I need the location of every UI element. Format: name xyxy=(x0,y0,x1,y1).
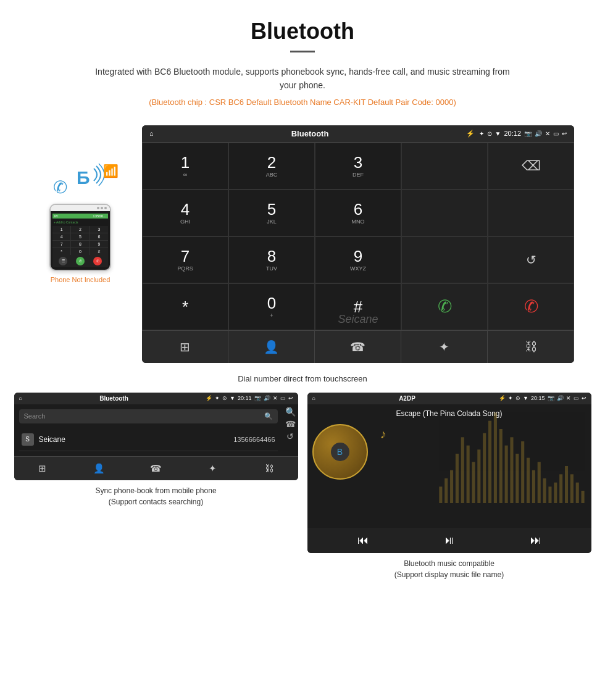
phone-key-0: 0 xyxy=(71,248,89,255)
phone-key-4: 4 xyxy=(52,233,70,240)
pb-call-right-icon[interactable]: ☎ xyxy=(285,419,296,429)
status-time: 20:12 xyxy=(504,130,521,137)
dial-keypad: 1 ∞ 2 ABC 3 DEF ⌫ 4 GHI xyxy=(142,142,574,330)
phonebook-content: Search 🔍 S Seicane 13566664466 xyxy=(14,404,283,456)
dial-call-red-cell[interactable]: ✆ xyxy=(488,283,574,330)
music-main-area: B ♪ xyxy=(312,424,586,480)
dial-letters-3: DEF xyxy=(353,172,364,178)
search-icon[interactable]: 🔍 xyxy=(264,412,273,420)
music-back-icon[interactable]: ↩ xyxy=(582,395,586,401)
phonebook-status-bar: ⌂ Bluetooth ⚡ ✦ ⊙ ▼ 20:11 📷 🔊 ✕ ▭ ↩ xyxy=(14,393,298,404)
phonebook-search-bar[interactable]: Search 🔍 xyxy=(19,409,278,423)
dial-key-8[interactable]: 8 TUV xyxy=(228,236,315,283)
dial-num-8: 8 xyxy=(267,248,276,264)
pb-nav-grid[interactable]: ⊞ xyxy=(14,457,71,480)
phone-key-hash: # xyxy=(90,248,108,255)
pb-refresh-right-icon[interactable]: ↺ xyxy=(285,431,296,441)
next-button[interactable]: ⏭ xyxy=(530,534,541,547)
dial-num-hash: # xyxy=(354,299,362,315)
svg-rect-26 xyxy=(575,482,578,502)
pb-vol-icon[interactable]: 🔊 xyxy=(264,395,270,401)
camera-icon[interactable]: 📷 xyxy=(524,130,532,137)
nav-bluetooth-icon[interactable]: ✦ xyxy=(401,331,488,363)
phonebook-contact[interactable]: S Seicane 13566664466 xyxy=(19,428,278,451)
nav-link-icon[interactable]: ⛓ xyxy=(488,331,574,363)
pb-window-icon[interactable]: ▭ xyxy=(280,395,286,401)
music-close-icon[interactable]: ✕ xyxy=(566,395,571,401)
window-icon[interactable]: ▭ xyxy=(553,130,559,137)
pb-nav-bt[interactable]: ✦ xyxy=(185,457,241,480)
album-art: B xyxy=(312,424,368,480)
music-controls: ⏮ ⏯ ⏭ xyxy=(307,528,591,553)
phone-key-6: 6 xyxy=(90,233,108,240)
phone-key-9: 9 xyxy=(90,241,108,248)
pb-time: 20:11 xyxy=(238,395,252,401)
dial-key-7[interactable]: 7 PQRS xyxy=(142,236,228,283)
music-caption: Bluetooth music compatible (Support disp… xyxy=(394,558,504,580)
dial-refresh-cell[interactable]: ↺ xyxy=(488,236,574,283)
phonebook-screen: ⌂ Bluetooth ⚡ ✦ ⊙ ▼ 20:11 📷 🔊 ✕ ▭ ↩ Sear… xyxy=(14,393,298,480)
dial-key-9[interactable]: 9 WXYZ xyxy=(315,236,401,283)
pb-camera-icon[interactable]: 📷 xyxy=(254,395,261,401)
nav-grid-icon[interactable]: ⊞ xyxy=(142,331,228,363)
dial-num-3: 3 xyxy=(354,154,362,170)
dial-screen: ⌂ Bluetooth ⚡ ✦ ⊙ ▼ 20:12 📷 🔊 ✕ ▭ ↩ xyxy=(142,125,574,363)
pb-bt-icon: ✦ xyxy=(215,395,220,401)
home-icon[interactable]: ⌂ xyxy=(149,130,154,137)
dial-key-hash[interactable]: # xyxy=(315,283,401,330)
phonebook-section: ⌂ Bluetooth ⚡ ✦ ⊙ ▼ 20:11 📷 🔊 ✕ ▭ ↩ Sear… xyxy=(14,393,298,580)
phone-dot xyxy=(101,207,103,209)
pb-search-right-icon[interactable]: 🔍 xyxy=(285,407,296,417)
bluetooth-status-icon: ✦ xyxy=(479,130,484,137)
bluetooth-icon-area: ✆ 📶 Б xyxy=(53,162,107,198)
dial-key-6[interactable]: 6 MNO xyxy=(315,190,401,236)
contact-letter: S xyxy=(22,433,34,446)
phone-key-7: 7 xyxy=(52,241,70,248)
nav-phone-icon[interactable]: ☎ xyxy=(315,331,401,363)
dial-empty-r2c5 xyxy=(488,190,574,236)
phone-screen: M:13566... + Add to Contacts 1 2 3 4 5 6… xyxy=(51,211,110,270)
music-camera-icon[interactable]: 📷 xyxy=(548,395,554,401)
pb-home-icon[interactable]: ⌂ xyxy=(19,395,22,401)
dial-key-4[interactable]: 4 GHI xyxy=(142,190,228,236)
music-window-icon[interactable]: ▭ xyxy=(574,395,579,401)
dial-screen-wrapper: ⌂ Bluetooth ⚡ ✦ ⊙ ▼ 20:12 📷 🔊 ✕ ▭ ↩ xyxy=(142,125,574,363)
music-vol-icon[interactable]: 🔊 xyxy=(557,395,564,401)
backspace-icon: ⌫ xyxy=(522,158,541,174)
pb-nav-person[interactable]: 👤 xyxy=(71,457,128,480)
dial-key-star[interactable]: * xyxy=(142,283,228,330)
nav-person-icon[interactable]: 👤 xyxy=(228,331,315,363)
volume-icon[interactable]: 🔊 xyxy=(535,130,542,137)
back-icon[interactable]: ↩ xyxy=(562,130,567,137)
phonebook-title: Bluetooth xyxy=(25,395,203,402)
pb-back-icon[interactable]: ↩ xyxy=(288,395,293,401)
pb-nav-phone[interactable]: ☎ xyxy=(128,457,185,480)
dial-letters-8: TUV xyxy=(266,265,277,272)
pb-close-icon[interactable]: ✕ xyxy=(273,395,278,401)
location-icon: ⊙ xyxy=(487,130,492,137)
phone-mockup-container: ✆ 📶 Б M:13566... + Add t xyxy=(31,125,130,283)
refresh-icon: ↺ xyxy=(526,252,536,267)
pb-nav-link[interactable]: ⛓ xyxy=(241,457,298,480)
close-icon[interactable]: ✕ xyxy=(545,130,550,137)
dial-key-3[interactable]: 3 DEF xyxy=(315,143,401,190)
phone-key-3: 3 xyxy=(90,226,108,233)
dial-screen-title: Bluetooth xyxy=(157,129,463,138)
dial-key-1[interactable]: 1 ∞ xyxy=(142,143,228,190)
call-red-icon: ✆ xyxy=(524,296,538,317)
dial-key-2[interactable]: 2 ABC xyxy=(228,143,315,190)
dial-key-5[interactable]: 5 JKL xyxy=(228,190,315,236)
play-pause-button[interactable]: ⏯ xyxy=(444,534,455,547)
phone-end-btn: ✆ xyxy=(93,257,102,265)
prev-button[interactable]: ⏮ xyxy=(357,534,369,547)
dial-letters-4: GHI xyxy=(180,219,190,225)
phone-call-bar: M:13566... xyxy=(52,214,108,219)
music-home-icon[interactable]: ⌂ xyxy=(312,395,315,401)
svg-rect-20 xyxy=(543,478,546,503)
dial-key-0[interactable]: 0 + xyxy=(228,283,315,330)
music-note-icon: ♪ xyxy=(380,427,386,441)
main-dial-section: ✆ 📶 Б M:13566... + Add t xyxy=(0,125,605,369)
dial-call-green-cell[interactable]: ✆ xyxy=(401,283,488,330)
dial-backspace-cell[interactable]: ⌫ xyxy=(488,143,574,190)
phone-add-contact: + Add to Contacts xyxy=(52,220,108,224)
